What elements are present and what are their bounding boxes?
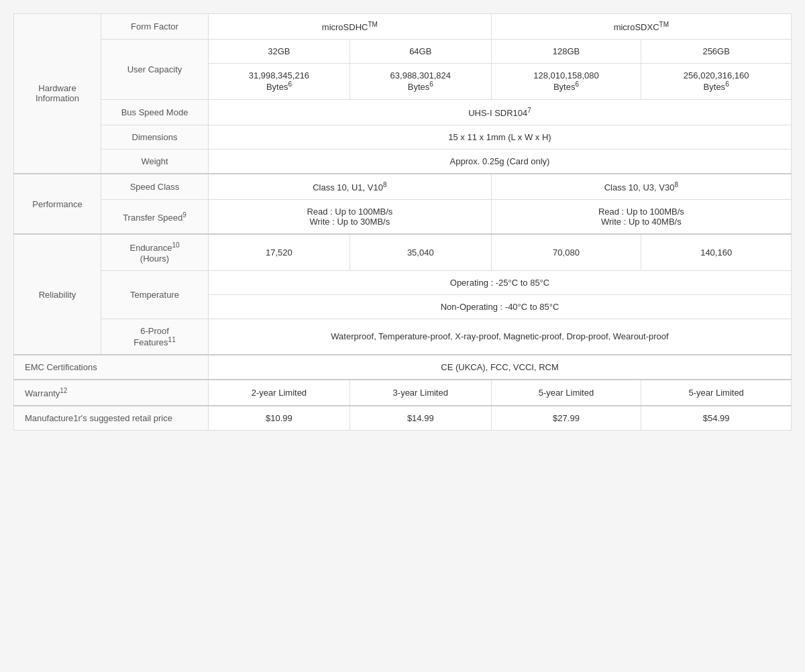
msrp-32gb: $10.99 — [209, 406, 350, 431]
user-capacity-label: User Capacity — [101, 40, 209, 99]
speed-class-label: Speed Class — [101, 174, 209, 200]
transfer-speed-128-256: Read : Up to 100MB/sWrite : Up to 40MB/s — [491, 200, 791, 235]
temperature-label: Temperature — [101, 270, 209, 319]
speed-class-128-256: Class 10, U3, V308 — [491, 174, 791, 200]
warranty-label: Warranty12 — [14, 380, 209, 406]
emc-label: EMC Certifications — [14, 355, 209, 380]
weight-row: Weight Approx. 0.25g (Card only) — [14, 149, 792, 174]
bytes-64gb: 63,988,301,824Bytes6 — [350, 64, 491, 99]
weight-value: Approx. 0.25g (Card only) — [209, 149, 792, 174]
endurance-128gb: 70,080 — [491, 234, 641, 270]
warranty-256gb: 5-year Limited — [641, 380, 792, 406]
dimensions-value: 15 x 11 x 1mm (L x W x H) — [209, 125, 792, 149]
endurance-32gb: 17,520 — [209, 234, 350, 270]
endurance-256gb: 140,160 — [641, 234, 792, 270]
bus-speed-label: Bus Speed Mode — [101, 99, 209, 125]
msrp-label: Manufacture1r's suggested retail price — [14, 406, 209, 431]
emc-row: EMC Certifications CE (UKCA), FCC, VCCI,… — [14, 355, 792, 380]
transfer-speed-label: Transfer Speed9 — [101, 200, 209, 235]
temp-operating-row: Temperature Operating : -25°C to 85°C — [14, 270, 792, 294]
microsdxc-sup: TM — [659, 21, 669, 28]
size-64gb: 64GB — [350, 40, 491, 64]
bytes-128gb: 128,010,158,080Bytes6 — [491, 64, 641, 99]
transfer-speed-32-64: Read : Up to 100MB/sWrite : Up to 30MB/s — [209, 200, 492, 235]
proof-features-value: Waterproof, Temperature-proof, X-ray-pro… — [209, 319, 792, 355]
dimensions-row: Dimensions 15 x 11 x 1mm (L x W x H) — [14, 125, 792, 149]
endurance-row: Reliability Endurance10(Hours) 17,520 35… — [14, 234, 792, 270]
speed-class-32-64: Class 10, U1, V108 — [209, 174, 492, 200]
size-header-row: User Capacity 32GB 64GB 128GB 256GB — [14, 40, 792, 64]
weight-label: Weight — [101, 149, 209, 174]
form-factor-microsdxc: microSDXCTM — [491, 14, 791, 40]
msrp-256gb: $54.99 — [641, 406, 792, 431]
bus-speed-value: UHS-I SDR1047 — [209, 99, 792, 125]
hardware-category: HardwareInformation — [14, 14, 101, 174]
speed-class-row: Performance Speed Class Class 10, U1, V1… — [14, 174, 792, 200]
size-256gb: 256GB — [641, 40, 792, 64]
proof-features-row: 6-ProofFeatures11 Waterproof, Temperatur… — [14, 319, 792, 355]
msrp-128gb: $27.99 — [491, 406, 641, 431]
transfer-speed-row: Transfer Speed9 Read : Up to 100MB/sWrit… — [14, 200, 792, 235]
microsdhc-sup: TM — [368, 21, 377, 28]
warranty-128gb: 5-year Limited — [491, 380, 641, 406]
msrp-row: Manufacture1r's suggested retail price $… — [14, 406, 792, 431]
bus-speed-row: Bus Speed Mode UHS-I SDR1047 — [14, 99, 792, 125]
form-factor-label: Form Factor — [101, 14, 209, 40]
warranty-row: Warranty12 2-year Limited 3-year Limited… — [14, 380, 792, 406]
endurance-label: Endurance10(Hours) — [101, 234, 209, 270]
emc-value: CE (UKCA), FCC, VCCI, RCM — [209, 355, 792, 380]
warranty-64gb: 3-year Limited — [350, 380, 491, 406]
performance-category: Performance — [14, 174, 101, 234]
dimensions-label: Dimensions — [101, 125, 209, 149]
reliability-category: Reliability — [14, 234, 101, 355]
size-128gb: 128GB — [491, 40, 641, 64]
warranty-32gb: 2-year Limited — [209, 380, 350, 406]
size-32gb: 32GB — [209, 40, 350, 64]
form-factor-row: HardwareInformation Form Factor microSDH… — [14, 14, 792, 40]
endurance-64gb: 35,040 — [350, 234, 491, 270]
bytes-256gb: 256,020,316,160Bytes6 — [641, 64, 792, 99]
spec-table: HardwareInformation Form Factor microSDH… — [13, 13, 792, 431]
form-factor-microsdhc: microSDHCTM — [209, 14, 492, 40]
bytes-32gb: 31,998,345,216Bytes6 — [209, 64, 350, 99]
temp-non-operating: Non-Operating : -40°C to 85°C — [209, 294, 792, 319]
temp-operating: Operating : -25°C to 85°C — [209, 270, 792, 294]
msrp-64gb: $14.99 — [350, 406, 491, 431]
proof-features-label: 6-ProofFeatures11 — [101, 319, 209, 355]
